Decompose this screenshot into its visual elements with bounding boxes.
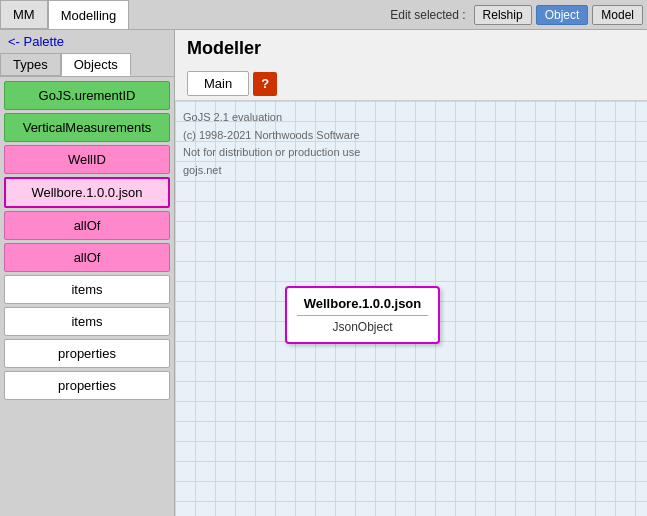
list-item[interactable]: WellID [4, 145, 170, 174]
sidebar-items: GoJS.urementID VerticalMeasurements Well… [0, 77, 174, 516]
list-item[interactable]: items [4, 275, 170, 304]
main-layout: <- Palette Types Objects GoJS.urementID … [0, 30, 647, 516]
list-item[interactable]: items [4, 307, 170, 336]
gojs-notice: GoJS 2.1 evaluation (c) 1998-2021 Northw… [183, 109, 360, 179]
tab-mm[interactable]: MM [0, 0, 48, 29]
sidebar-tab-objects[interactable]: Objects [61, 53, 131, 76]
top-bar: MM Modelling Edit selected : Relship Obj… [0, 0, 647, 30]
list-item[interactable]: Wellbore.1.0.0.json [4, 177, 170, 208]
node-title: Wellbore.1.0.0.json [297, 296, 428, 311]
gojs-line2: (c) 1998-2021 Northwoods Software [183, 127, 360, 145]
content-area: Modeller Main ? GoJS 2.1 evaluation (c) … [175, 30, 647, 516]
list-item[interactable]: VerticalMeasurements [4, 113, 170, 142]
canvas-area[interactable]: GoJS 2.1 evaluation (c) 1998-2021 Northw… [175, 101, 647, 516]
top-right-controls: Edit selected : Relship Object Model [390, 5, 647, 25]
sidebar-tabs: Types Objects [0, 53, 174, 77]
node-divider [297, 315, 428, 316]
sidebar-tab-types[interactable]: Types [0, 53, 61, 76]
tab-main[interactable]: Main [187, 71, 249, 96]
list-item[interactable]: allOf [4, 211, 170, 240]
sidebar: <- Palette Types Objects GoJS.urementID … [0, 30, 175, 516]
gojs-line4: gojs.net [183, 162, 360, 180]
list-item[interactable]: properties [4, 339, 170, 368]
palette-header[interactable]: <- Palette [0, 30, 174, 53]
object-button[interactable]: Object [536, 5, 589, 25]
model-button[interactable]: Model [592, 5, 643, 25]
gojs-line3: Not for distribution or production use [183, 144, 360, 162]
help-button[interactable]: ? [253, 72, 277, 96]
edit-selected-label: Edit selected : [390, 8, 469, 22]
modeller-tabs: Main ? [175, 67, 647, 101]
diagram-node[interactable]: Wellbore.1.0.0.json JsonObject [285, 286, 440, 344]
gojs-line1: GoJS 2.1 evaluation [183, 109, 360, 127]
tab-modelling[interactable]: Modelling [48, 0, 130, 29]
list-item[interactable]: properties [4, 371, 170, 400]
node-type: JsonObject [297, 320, 428, 334]
list-item[interactable]: GoJS.urementID [4, 81, 170, 110]
modeller-title: Modeller [175, 30, 647, 67]
relship-button[interactable]: Relship [474, 5, 532, 25]
list-item[interactable]: allOf [4, 243, 170, 272]
